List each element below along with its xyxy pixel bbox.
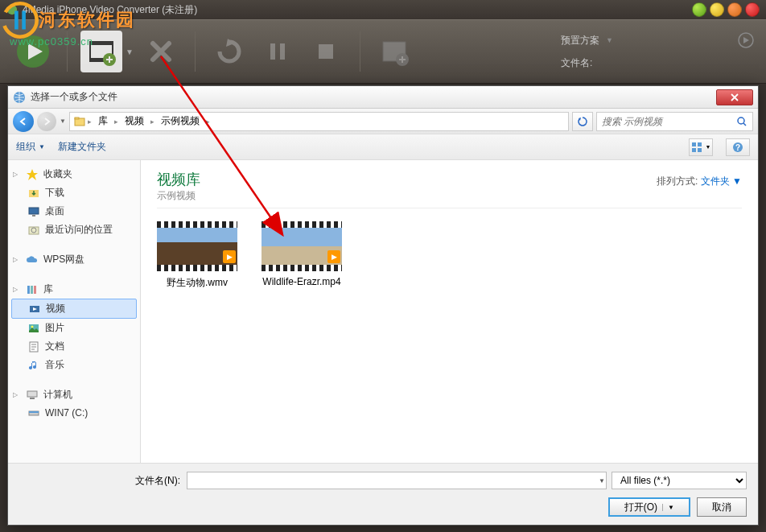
add-profile-button[interactable] [373,31,415,72]
drive-icon [27,406,40,419]
svg-marker-10 [226,39,234,47]
stop-button[interactable] [305,31,347,72]
nav-refresh-button[interactable] [572,112,593,131]
sidebar-item-documents[interactable]: 文档 [11,337,137,356]
picture-icon [27,322,40,335]
close-button[interactable] [745,2,760,17]
refresh-button[interactable] [208,31,250,72]
desktop-icon [27,205,40,218]
sidebar-favorites[interactable]: ▷ 收藏夹 [11,165,137,184]
file-name: 野生动物.wmv [157,276,237,290]
help-icon-button[interactable]: ? [726,138,750,156]
svg-rect-24 [698,142,702,146]
svg-rect-25 [692,148,696,152]
view-mode-button[interactable]: ▼ [689,138,713,156]
svg-rect-11 [270,43,275,60]
star-icon [26,168,39,181]
svg-rect-31 [29,208,39,214]
search-box[interactable] [596,112,753,131]
separator [360,31,360,72]
recent-icon [27,224,40,237]
svg-rect-23 [692,142,696,146]
sidebar-libraries[interactable]: ▷ 库 [11,280,137,299]
nav-forward-button[interactable] [37,112,56,131]
svg-rect-13 [319,44,333,59]
preset-panel: 预置方案 ▼ 文件名: [561,24,754,79]
sidebar-item-music[interactable]: 音乐 [11,356,137,374]
svg-point-3 [7,5,17,14]
file-item[interactable]: ▶ Wildlife-Erazr.mp4 [262,221,342,290]
convert-button[interactable] [12,31,54,72]
library-title: 视频库 [157,170,200,189]
sidebar-item-drive-c[interactable]: WIN7 (C:) [11,404,137,422]
svg-rect-7 [90,42,113,45]
add-dropdown-arrow[interactable]: ▼ [126,47,134,56]
music-icon [27,359,40,372]
sort-dropdown[interactable]: 文件夹 ▼ [701,175,742,187]
search-icon[interactable] [736,116,747,127]
library-icon [26,283,39,296]
dialog-close-button[interactable] [716,89,753,105]
video-thumbnail: ▶ [157,221,237,271]
sidebar-item-recent[interactable]: 最近访问的位置 [11,221,137,239]
breadcrumb-item[interactable]: 视频 [120,113,149,130]
preset-apply-icon[interactable] [738,32,754,48]
maximize-button[interactable] [727,2,742,17]
sidebar-item-pictures[interactable]: 图片 [11,319,137,337]
svg-rect-35 [27,286,30,294]
dialog-nav: ▼ ▸ 库 ▸ 视频 ▸ 示例视频 ▸ [8,109,758,134]
dialog-icon [13,91,26,104]
filename-input[interactable] [187,472,607,489]
app-titlebar: 4Media iPhone Video Converter (未注册) [0,0,766,19]
sidebar-wps[interactable]: ▷ WPS网盘 [11,250,137,269]
preset-dropdown-arrow[interactable]: ▼ [606,36,613,44]
help-button[interactable] [692,2,706,17]
document-icon [27,340,40,353]
sidebar-item-downloads[interactable]: 下载 [11,184,137,202]
library-icon [73,115,86,128]
file-item[interactable]: ▶ 野生动物.wmv [157,221,237,290]
download-icon [27,187,40,200]
cancel-button[interactable]: 取消 [697,497,747,517]
svg-rect-46 [29,411,39,413]
app-toolbar: ▼ 预置方案 ▼ 文件名: [0,19,766,84]
separator [195,31,196,72]
remove-button[interactable] [140,31,182,72]
file-list-area: 视频库 示例视频 排列方式: 文件夹 ▼ ▶ 野生动物.wmv ▶ Wildli… [141,160,758,463]
file-name: Wildlife-Erazr.mp4 [262,276,342,287]
search-input[interactable] [602,116,736,127]
preset-label: 预置方案 [561,34,599,47]
separator [67,31,68,72]
svg-rect-37 [34,286,36,294]
filetype-select[interactable]: All files (*.*) [612,472,747,489]
svg-rect-36 [31,286,33,294]
sort-label: 排列方式: [657,175,698,187]
pause-button[interactable] [257,31,299,72]
svg-rect-20 [75,118,79,119]
sidebar-item-videos[interactable]: 视频 [11,299,137,319]
organize-button[interactable]: 组织 ▼ [16,140,45,154]
add-file-button[interactable] [80,31,122,72]
minimize-button[interactable] [710,2,724,17]
dialog-footer: 文件名(N): ▼ All files (*.*) 打开(O)▼ 取消 [8,463,758,525]
dialog-titlebar: 选择一个或多个文件 [8,86,758,109]
svg-text:?: ? [735,143,740,152]
video-thumbnail: ▶ [262,221,342,271]
open-button[interactable]: 打开(O)▼ [608,497,690,517]
cloud-icon [26,254,39,266]
play-overlay-icon: ▶ [223,250,236,263]
nav-history-dropdown[interactable]: ▼ [60,118,66,125]
svg-rect-12 [280,43,285,60]
breadcrumb[interactable]: ▸ 库 ▸ 视频 ▸ 示例视频 ▸ [69,112,569,131]
dialog-toolbar: 组织 ▼ 新建文件夹 ▼ ? [8,134,758,160]
new-folder-button[interactable]: 新建文件夹 [58,140,106,154]
breadcrumb-item[interactable]: 库 [93,113,113,130]
sidebar: ▷ 收藏夹 下载 桌面 最近访问的位置 ▷ WPS网盘 ▷ [8,160,141,463]
sidebar-computer[interactable]: ▷ 计算机 [11,386,137,404]
svg-rect-26 [698,148,702,152]
nav-back-button[interactable] [13,111,34,132]
video-icon [28,303,41,315]
sidebar-item-desktop[interactable]: 桌面 [11,202,137,221]
filename-label: 文件名(N): [19,474,180,488]
breadcrumb-item[interactable]: 示例视频 [156,113,204,130]
